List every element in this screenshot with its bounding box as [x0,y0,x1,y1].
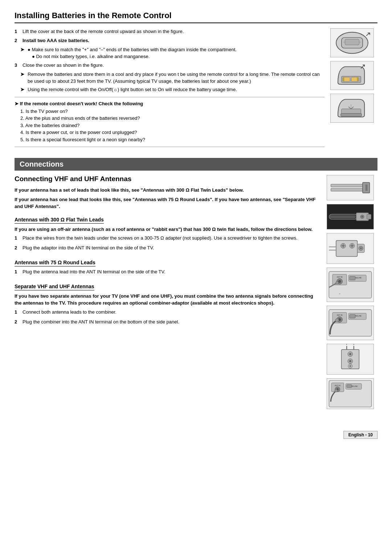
svg-rect-14 [366,185,368,191]
svg-rect-51 [350,315,355,318]
ant-in-svg-2: ANT IN WISELINK [327,306,373,340]
separate-intro: If you have two separate antennas for yo… [15,293,321,307]
ant-in-svg-1: ANT IN WISELINK ⇐ [327,268,373,302]
vhf-uhf-title: Connecting VHF and UHF Antennas [15,175,321,183]
step-3-sub: ➤ Remove the batteries and store them in… [20,71,324,93]
separate-step-2: 2 Plug the combiner into the ANT IN term… [15,319,321,326]
step-2-sub-text: ● Make sure to match the "+" and "–" end… [28,46,237,60]
conn-img-3 [327,233,374,264]
separate-step-2-text: Plug the combiner into the ANT IN termin… [23,319,179,326]
warning-title-text: If the remote control doesn't work! Chec… [20,101,143,106]
step-3-sub-text-1: Remove the batteries and store them in a… [28,71,324,85]
battery-img-3 [330,94,374,123]
flat-twin-title: Antennas with 300 Ω Flat Twin Leads [15,217,104,224]
svg-rect-6 [343,77,344,82]
flat-step-2: 2 Plug the adaptor into the ANT IN termi… [15,245,321,252]
batteries-content: 1 Lift the cover at the back of the remo… [15,28,324,151]
separate-title: Separate VHF and UHF Antennas [15,284,94,290]
warning-arrow: ➤ [15,101,20,106]
svg-rect-20 [367,214,371,219]
warning-item-3: 3. Are the batteries drained? [20,122,324,129]
round-step-1-num: 1 [15,269,20,276]
round-lead-svg [327,204,373,229]
step-2-text: Install two AAA size batteries. [23,37,89,44]
battery-diagram-3-svg [331,94,373,122]
connections-section: Connections Connecting VHF and UHF Anten… [15,158,377,409]
connections-side-images: ANT IN WISELINK ⇐ [327,175,377,409]
round-leads-title: Antennas with 75 Ω Round Leads [15,260,95,266]
warning-item-1: 1. Is the TV power on? [20,108,324,115]
separate-subsection: Separate VHF and UHF Antennas If you hav… [15,280,321,326]
flat-step-1-text: Place the wires from the twin leads unde… [23,235,298,242]
arrow-icon-2: ➤ [20,71,25,85]
flat-step-1-num: 1 [15,235,20,242]
warning-title: ➤ If the remote control doesn't work! Ch… [15,101,324,106]
conn-img-2 [327,204,374,229]
vhf-intro-1: If your antenna has a set of leads that … [15,187,321,194]
step-3-sub-2: ➤ Using the remote control with the On/O… [20,86,324,93]
vhf-intro-2: If your antenna has one lead that looks … [15,196,321,210]
arrow-icon-3: ➤ [20,86,25,93]
separate-step-1-num: 1 [15,309,20,316]
flat-step-2-text: Plug the adaptor into the ANT IN termina… [23,245,154,252]
step-2-sub: ➤ ● Make sure to match the "+" and "–" e… [20,46,324,60]
separate-step-2-num: 2 [15,319,20,326]
svg-rect-71 [347,385,352,388]
adapter-svg [327,233,373,264]
svg-point-42 [336,281,339,284]
battery-img-1 [330,28,374,57]
step-3-sub-text-2: Using the remote control with the On/Off… [28,86,237,93]
combiner-ant-svg: ANT IN WISELINK [327,379,373,409]
step-2-num: 2 [15,37,20,44]
svg-text:ANT IN: ANT IN [335,385,340,387]
svg-point-57 [349,360,351,362]
step-1-text: Lift the cover at the back of the remote… [23,28,184,35]
arrow-icon: ➤ [20,46,25,60]
warning-item-5: 5. Is there a special fluorescent light … [20,136,324,143]
svg-rect-8 [357,77,359,82]
warning-list: 1. Is the TV power on? 2. Are the plus a… [20,108,324,143]
round-step-1: 1 Plug the antenna lead into the ANT IN … [15,269,321,276]
connections-header: Connections [15,158,377,171]
warning-item-4: 4. Is there a power cut, or is the power… [20,129,324,136]
battery-img-2 [330,61,374,90]
step-2-sub-arrow: ➤ ● Make sure to match the "+" and "–" e… [20,46,324,60]
footer-area: English - 10 [15,420,377,439]
separate-step-1: 1 Connect both antenna leads to the comb… [15,309,321,316]
connections-content: Connecting VHF and UHF Antennas If your … [15,175,321,409]
flat-twin-intro: If you are using an off-air antenna (suc… [15,226,321,233]
svg-rect-40 [350,277,355,280]
separate-step-1-text: Connect both antenna leads to the combin… [23,309,117,316]
round-leads-subsection: Antennas with 75 Ω Round Leads 1 Plug th… [15,256,321,276]
step-1: 1 Lift the cover at the back of the remo… [15,28,324,35]
battery-diagram-1-svg [331,29,373,57]
conn-img-4: ANT IN WISELINK ⇐ [327,268,374,302]
step-3-num: 3 [15,62,20,69]
svg-text:⇐: ⇐ [339,293,340,295]
flat-twin-subsection: Antennas with 300 Ω Flat Twin Leads If y… [15,213,321,252]
step-1-num: 1 [15,28,20,35]
svg-text:ANT IN: ANT IN [337,277,343,278]
svg-point-52 [335,319,339,322]
flat-step-1: 1 Place the wires from the twin leads un… [15,235,321,242]
divider-1 [15,97,324,97]
conn-img-7: ANT IN WISELINK [327,378,374,409]
warning-box: ➤ If the remote control doesn't work! Ch… [15,101,324,143]
step-2: 2 Install two AAA size batteries. [15,37,324,44]
battery-diagram-2-svg [331,61,373,90]
conn-img-6 [327,344,374,375]
svg-point-59 [350,365,351,367]
svg-point-30 [360,248,362,249]
page-footer: English - 10 [344,431,377,439]
svg-text:ANT IN: ANT IN [337,315,343,317]
svg-point-19 [362,216,363,217]
svg-point-72 [335,390,338,392]
batteries-title: Installing Batteries in the Remote Contr… [15,11,377,23]
flat-lead-svg [327,175,373,200]
step-3-sub-1: ➤ Remove the batteries and store them in… [20,71,324,85]
batteries-section: Installing Batteries in the Remote Contr… [15,11,377,151]
svg-rect-10 [341,114,362,117]
round-step-1-text: Plug the antenna lead into the ANT IN te… [23,269,166,276]
step-3: 3 Close the cover as shown in the figure… [15,62,324,69]
conn-img-5: ANT IN WISELINK [327,306,374,340]
